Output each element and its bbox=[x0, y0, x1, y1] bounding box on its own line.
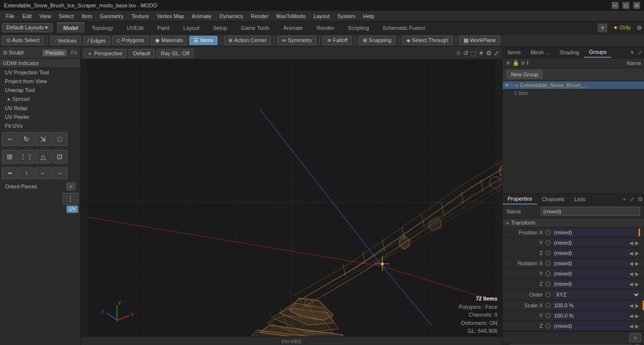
rb-settings-icon[interactable]: ⚙ bbox=[637, 195, 644, 204]
edges-button[interactable]: / Edges bbox=[83, 36, 110, 45]
right-top-expand-icon[interactable]: ⤢ bbox=[636, 47, 644, 58]
project-from-view-item[interactable]: Project from View bbox=[0, 77, 80, 86]
auto-select-button[interactable]: ⊙ Auto Select bbox=[2, 36, 44, 45]
tab-animate[interactable]: Animate bbox=[276, 23, 310, 33]
tab-render[interactable]: Render bbox=[310, 23, 341, 33]
tab-schematic-fusion[interactable]: Schematic Fusion bbox=[376, 23, 432, 33]
rotation-x-arr-right[interactable]: ▶ bbox=[634, 261, 640, 266]
orbit-icon[interactable]: ⊹ bbox=[456, 49, 461, 57]
materials-button[interactable]: ◉ Materials bbox=[151, 36, 188, 45]
lock-icon[interactable]: 🔒 bbox=[512, 60, 519, 66]
position-x-input[interactable] bbox=[552, 229, 639, 236]
uv-projection-tool-item[interactable]: UV Projection Tool bbox=[0, 68, 80, 77]
fit-icon[interactable]: ↺ bbox=[463, 49, 468, 57]
menu-edit[interactable]: Edit bbox=[19, 12, 36, 20]
menu-geometry[interactable]: Geometry bbox=[96, 12, 127, 20]
close-button[interactable]: ✕ bbox=[633, 2, 640, 9]
menu-view[interactable]: View bbox=[36, 12, 55, 20]
menu-select[interactable]: Select bbox=[55, 12, 78, 20]
rotation-x-arr-left[interactable]: ◀ bbox=[628, 261, 634, 266]
position-z-input[interactable] bbox=[552, 249, 628, 257]
maximize-button[interactable]: □ bbox=[622, 2, 629, 9]
menu-render[interactable]: Render bbox=[247, 12, 272, 20]
rb-expand-icon[interactable]: ⤢ bbox=[629, 195, 636, 204]
scale-x-input[interactable] bbox=[552, 301, 628, 309]
select-through-button[interactable]: ◈ Select Through bbox=[402, 36, 452, 45]
tab-properties[interactable]: Properties bbox=[503, 194, 537, 205]
action-center-button[interactable]: ⊕ Action Center bbox=[224, 36, 271, 45]
rotation-z-dot[interactable] bbox=[546, 281, 551, 286]
position-z-arr-right[interactable]: ▶ bbox=[634, 251, 640, 256]
camera-icon[interactable]: ⬚ bbox=[470, 49, 476, 57]
menu-file[interactable]: File bbox=[2, 12, 19, 20]
polygons-button[interactable]: ◇ Polygons bbox=[112, 36, 148, 45]
properties-more-button[interactable]: » bbox=[629, 333, 641, 342]
arrow-left-icon[interactable]: ← bbox=[35, 167, 51, 179]
fit-uvs-item[interactable]: Fit UVs bbox=[0, 121, 80, 130]
menu-item[interactable]: Item bbox=[78, 12, 96, 20]
viewport-perspective-btn[interactable]: ● Perspective bbox=[84, 49, 127, 58]
menu-texture[interactable]: Texture bbox=[128, 12, 153, 20]
scale-z-arr-left[interactable]: ◀ bbox=[628, 323, 634, 329]
rotation-x-dot[interactable] bbox=[546, 261, 551, 266]
snapping-button[interactable]: ⊞ Snapping bbox=[358, 36, 396, 45]
spread-item[interactable]: ▸ Spread bbox=[0, 94, 80, 104]
vertices-button[interactable]: · Vertices bbox=[50, 36, 81, 45]
position-y-arr-left[interactable]: ◀ bbox=[628, 240, 634, 246]
tab-game-tools[interactable]: Game Tools bbox=[234, 23, 277, 33]
tab-scripting[interactable]: Scripting bbox=[341, 23, 376, 33]
dots-icon[interactable]: ⋮⋮ bbox=[19, 150, 34, 163]
box-icon[interactable]: ⊡ bbox=[52, 150, 67, 163]
rotation-z-arr-left[interactable]: ◀ bbox=[628, 281, 634, 287]
tab-topology[interactable]: Topology bbox=[85, 23, 120, 33]
rotation-z-arr-right[interactable]: ▶ bbox=[634, 281, 640, 287]
rotate-icon[interactable]: ↻ bbox=[19, 132, 34, 146]
viewport-canvas[interactable]: X Y Z 72 Items Polygons : Face Channels:… bbox=[81, 60, 502, 345]
rotation-y-input[interactable] bbox=[552, 270, 628, 277]
position-y-dot[interactable] bbox=[546, 240, 551, 245]
light-icon[interactable]: ☀ bbox=[478, 49, 484, 57]
scale-y-dot[interactable] bbox=[546, 313, 551, 318]
link-icon[interactable]: ⊕ bbox=[521, 60, 525, 66]
minimize-button[interactable]: ─ bbox=[612, 2, 619, 9]
viewport-default-btn[interactable]: Default bbox=[129, 49, 155, 58]
rotation-z-input[interactable] bbox=[552, 280, 628, 288]
tab-items[interactable]: Items bbox=[503, 47, 526, 57]
add-tab-button[interactable]: + bbox=[598, 23, 607, 32]
position-y-input[interactable] bbox=[552, 239, 628, 247]
tab-mesh[interactable]: Mesh ... bbox=[526, 47, 555, 57]
position-x-dot[interactable] bbox=[546, 230, 551, 235]
uv-peeler-item[interactable]: UV Peeler bbox=[0, 113, 80, 121]
position-z-dot[interactable] bbox=[546, 251, 551, 255]
menu-dynamics[interactable]: Dynamics bbox=[216, 12, 247, 20]
add-tab-button-rb[interactable]: + bbox=[620, 194, 629, 204]
info-icon[interactable]: ℹ bbox=[527, 60, 529, 66]
new-group-button[interactable]: New Group bbox=[507, 70, 543, 79]
menu-help[interactable]: Help bbox=[359, 12, 378, 20]
tab-shading[interactable]: Shading bbox=[555, 47, 584, 57]
presets-button[interactable]: Presets bbox=[43, 49, 67, 56]
rotation-x-input[interactable] bbox=[552, 259, 628, 267]
tab-model[interactable]: Model bbox=[57, 23, 85, 33]
scale-y-arr-right[interactable]: ▶ bbox=[634, 313, 640, 319]
tab-setup[interactable]: Setup bbox=[206, 23, 234, 33]
arrow-line-icon[interactable]: ━ bbox=[2, 167, 18, 179]
orient-pieces-item[interactable]: Orient Pieces » bbox=[0, 181, 80, 192]
transform-icon[interactable]: □ bbox=[52, 132, 67, 146]
triangle-icon[interactable]: △ bbox=[35, 150, 51, 163]
scale-icon[interactable]: ⇲ bbox=[35, 132, 51, 146]
menu-layout[interactable]: Layout bbox=[310, 12, 333, 20]
arrow-up-icon[interactable]: ↑ bbox=[19, 167, 34, 179]
scale-x-arr-left[interactable]: ◀ bbox=[628, 303, 634, 308]
uv-relax-item[interactable]: UV Relax bbox=[0, 104, 80, 113]
viewport-raygl-btn[interactable]: Ray GL: Off bbox=[156, 49, 194, 58]
menu-system[interactable]: System bbox=[333, 12, 359, 20]
rotation-y-arr-right[interactable]: ▶ bbox=[634, 271, 640, 276]
workplane-button[interactable]: ▦ WorkPlane bbox=[459, 36, 501, 45]
scale-y-arr-left[interactable]: ◀ bbox=[628, 313, 634, 319]
rotation-y-dot[interactable] bbox=[546, 271, 551, 276]
uv-mode-indicator[interactable]: UV bbox=[67, 206, 78, 213]
item-row-brush[interactable]: 👁 □ ⊕ Extendable_Snow_Brush_... bbox=[503, 81, 644, 90]
scale-x-arr-right[interactable]: ▶ bbox=[634, 303, 640, 308]
default-layouts-dropdown[interactable]: Default Layouts ▾ bbox=[2, 23, 53, 32]
